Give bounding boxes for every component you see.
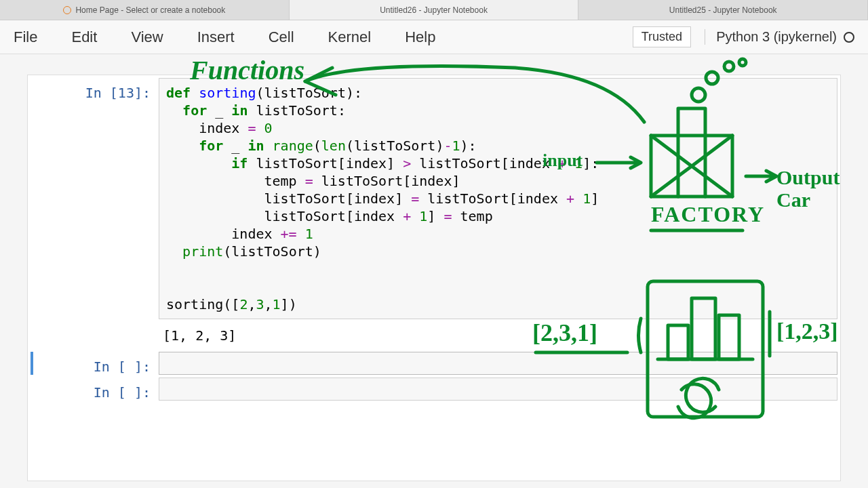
annotation-example-in: [2,3,1] bbox=[532, 319, 597, 347]
annotation-output: Output Car bbox=[776, 166, 868, 211]
notebook-container: In [13]:def sorting(listToSort): for _ i… bbox=[27, 75, 841, 481]
cell-input[interactable] bbox=[159, 378, 837, 401]
kernel-status-icon bbox=[844, 32, 854, 43]
code-cell-1[interactable]: In [ ]: bbox=[31, 352, 837, 375]
browser-tabs: Home Page - Select or create a notebookU… bbox=[0, 0, 868, 20]
code-cell-0[interactable]: In [13]:def sorting(listToSort): for _ i… bbox=[31, 78, 837, 319]
kernel-label: Python 3 (ipykernel) bbox=[716, 29, 837, 45]
annotation-factory: FACTORY bbox=[651, 202, 765, 227]
browser-tab-2[interactable]: Untitled25 - Jupyter Notebook bbox=[578, 0, 868, 20]
annotation-input: input bbox=[542, 150, 583, 171]
menu-edit[interactable]: Edit bbox=[71, 28, 97, 46]
browser-tab-0[interactable]: Home Page - Select or create a notebook bbox=[0, 0, 290, 20]
tab-label: Home Page - Select or create a notebook bbox=[75, 5, 225, 15]
code-cell-2[interactable]: In [ ]: bbox=[31, 378, 837, 401]
menu-kernel[interactable]: Kernel bbox=[328, 28, 372, 46]
cell-prompt: In [ ]: bbox=[33, 352, 159, 375]
svg-point-8 bbox=[739, 59, 746, 66]
jupyter-icon bbox=[63, 6, 71, 14]
annotation-example-out: [1,2,3] bbox=[776, 319, 838, 344]
browser-tab-1[interactable]: Untitled26 - Jupyter Notebook bbox=[290, 0, 579, 20]
trusted-badge[interactable]: Trusted bbox=[633, 26, 691, 47]
cell-input[interactable]: def sorting(listToSort): for _ in listTo… bbox=[159, 78, 837, 319]
menu-file[interactable]: File bbox=[14, 28, 37, 46]
menu-help[interactable]: Help bbox=[405, 28, 435, 46]
kernel-indicator[interactable]: Python 3 (ipykernel) bbox=[705, 29, 854, 45]
menubar: FileEditViewInsertCellKernelHelp Trusted… bbox=[0, 20, 868, 54]
cell-input[interactable] bbox=[159, 352, 837, 375]
menu-cell[interactable]: Cell bbox=[269, 28, 294, 46]
annotation-functions: Functions bbox=[190, 54, 304, 86]
tab-label: Untitled25 - Jupyter Notebook bbox=[669, 5, 777, 15]
menu-insert[interactable]: Insert bbox=[197, 28, 235, 46]
tab-label: Untitled26 - Jupyter Notebook bbox=[380, 5, 488, 15]
svg-point-7 bbox=[724, 62, 734, 71]
cell-prompt: In [ ]: bbox=[33, 378, 159, 401]
cell-prompt: In [13]: bbox=[33, 78, 159, 319]
menu-view[interactable]: View bbox=[131, 28, 163, 46]
cell-output: [1, 2, 3] bbox=[156, 322, 840, 349]
